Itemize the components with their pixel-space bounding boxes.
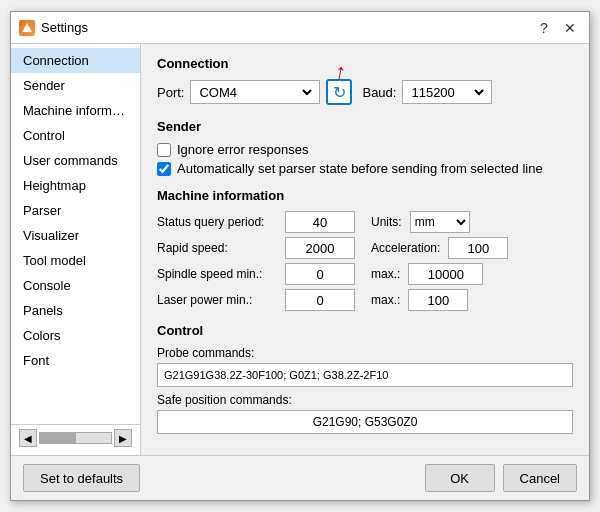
rapid-speed-label: Rapid speed: [157, 241, 277, 255]
safe-pos-label: Safe position commands: [157, 393, 573, 407]
sidebar-item-connection[interactable]: Connection [11, 48, 140, 73]
rapid-speed-input[interactable] [285, 237, 355, 259]
sidebar-item-parser[interactable]: Parser [11, 198, 140, 223]
units-select[interactable]: mm inch [410, 211, 470, 233]
baud-select[interactable]: 115200 [407, 81, 487, 103]
sidebar-item-panels[interactable]: Panels [11, 298, 140, 323]
sender-section: Ignore error responses Automatically set… [157, 142, 573, 176]
port-select[interactable]: COM4 [195, 81, 315, 103]
sidebar-item-sender[interactable]: Sender [11, 73, 140, 98]
sidebar-item-machine-information[interactable]: Machine informati… [11, 98, 140, 123]
laser-max-input[interactable] [408, 289, 468, 311]
control-section-title: Control [157, 323, 573, 338]
bottom-bar: Set to defaults OK Cancel [11, 455, 589, 500]
ok-button[interactable]: OK [425, 464, 495, 492]
refresh-button[interactable]: ↻ [326, 79, 352, 105]
sidebar-item-tool-model[interactable]: Tool model [11, 248, 140, 273]
scroll-right-button[interactable]: ▶ [114, 429, 132, 447]
main-content: Connection Port: COM4 ↻ ↑ Baud: 115200 [141, 44, 589, 455]
port-label: Port: [157, 85, 184, 100]
sidebar-scroll-track [39, 432, 112, 444]
refresh-icon: ↻ [333, 83, 346, 102]
baud-label: Baud: [362, 85, 396, 100]
status-query-label: Status query period: [157, 215, 277, 229]
ignore-errors-checkbox[interactable] [157, 143, 171, 157]
acceleration-label: Acceleration: [371, 241, 440, 255]
baud-combobox[interactable]: 115200 [402, 80, 492, 104]
settings-window: Settings ? ✕ Connection Sender Machine i… [10, 11, 590, 501]
spindle-min-label: Spindle speed min.: [157, 267, 277, 281]
units-label: Units: [371, 215, 402, 229]
sidebar-item-console[interactable]: Console [11, 273, 140, 298]
laser-max-label: max.: [371, 293, 400, 307]
sidebar-item-heightmap[interactable]: Heightmap [11, 173, 140, 198]
ignore-errors-label[interactable]: Ignore error responses [177, 142, 309, 157]
auto-parser-label[interactable]: Automatically set parser state before se… [177, 161, 543, 176]
help-button[interactable]: ? [533, 17, 555, 39]
sidebar-scroll-thumb [40, 433, 76, 443]
sidebar-item-control[interactable]: Control [11, 123, 140, 148]
connection-section-title: Connection [157, 56, 573, 71]
spindle-max-label: max.: [371, 267, 400, 281]
spindle-max-input[interactable] [408, 263, 483, 285]
sidebar-item-user-commands[interactable]: User commands [11, 148, 140, 173]
window-body: Connection Sender Machine informati… Con… [11, 44, 589, 455]
scroll-left-button[interactable]: ◀ [19, 429, 37, 447]
machine-section: Status query period: Units: mm inch Rapi… [157, 211, 573, 311]
spindle-min-input[interactable] [285, 263, 355, 285]
acceleration-input[interactable] [448, 237, 508, 259]
auto-parser-row: Automatically set parser state before se… [157, 161, 573, 176]
window-controls: ? ✕ [533, 17, 581, 39]
safe-pos-input[interactable] [157, 410, 573, 434]
window-title: Settings [41, 20, 533, 35]
ignore-errors-row: Ignore error responses [157, 142, 573, 157]
title-bar: Settings ? ✕ [11, 12, 589, 44]
auto-parser-checkbox[interactable] [157, 162, 171, 176]
control-section: Probe commands: Safe position commands: [157, 346, 573, 440]
laser-min-label: Laser power min.: [157, 293, 277, 307]
svg-marker-0 [22, 23, 32, 32]
probe-label: Probe commands: [157, 346, 573, 360]
set-defaults-button[interactable]: Set to defaults [23, 464, 140, 492]
sidebar-item-font[interactable]: Font [11, 348, 140, 373]
app-icon [19, 20, 35, 36]
probe-commands-input[interactable] [157, 363, 573, 387]
sidebar: Connection Sender Machine informati… Con… [11, 44, 141, 455]
close-button[interactable]: ✕ [559, 17, 581, 39]
sender-section-title: Sender [157, 119, 573, 134]
sidebar-item-visualizer[interactable]: Visualizer [11, 223, 140, 248]
sidebar-items: Connection Sender Machine informati… Con… [11, 48, 140, 424]
cancel-button[interactable]: Cancel [503, 464, 577, 492]
laser-min-input[interactable] [285, 289, 355, 311]
port-combobox[interactable]: COM4 [190, 80, 320, 104]
sidebar-item-colors[interactable]: Colors [11, 323, 140, 348]
sidebar-scrollbar-area: ◀ ▶ [11, 424, 140, 451]
status-query-input[interactable] [285, 211, 355, 233]
machine-info-section-title: Machine information [157, 188, 573, 203]
